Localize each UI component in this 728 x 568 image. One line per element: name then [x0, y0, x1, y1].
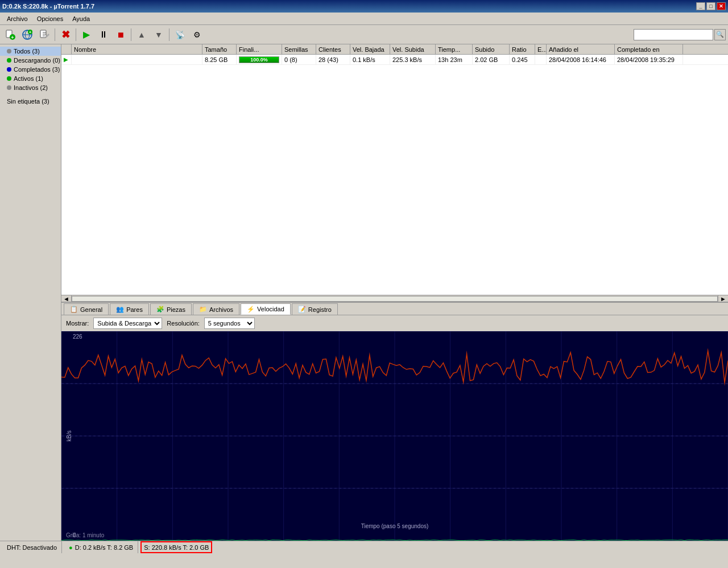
sidebar-item-sin-etiqueta[interactable]: Sin etiqueta (3)	[0, 97, 61, 106]
menu-bar: Archivo Opciones Ayuda	[0, 13, 728, 25]
h-scrollbar[interactable]	[72, 296, 718, 302]
sidebar-item-activos[interactable]: Activos (1)	[0, 74, 61, 83]
menu-ayuda[interactable]: Ayuda	[68, 14, 94, 23]
table-body: ▶ 8.25 GB 100.0% 0 (8) 28 (43) 0.1 kB/s …	[61, 55, 728, 295]
pause-button[interactable]: ⏸	[96, 27, 111, 43]
bottom-panel: 📋 General 👥 Pares 🧩 Piezas 📁 Archivos ⚡	[61, 302, 728, 541]
create-button[interactable]	[36, 27, 52, 43]
td-dl: 0.1 kB/s	[350, 55, 390, 64]
tab-registro-label: Registro	[308, 306, 332, 313]
rss-button[interactable]: 📡	[172, 27, 188, 43]
th-peers[interactable]: Clientes	[316, 44, 350, 54]
scroll-right-btn[interactable]: ►	[718, 295, 728, 302]
td-name	[72, 55, 202, 64]
app-title: D:0.2k S:220.8k - µTorrent 1.7.7	[2, 3, 94, 10]
stop-button[interactable]: ⏹	[113, 27, 129, 43]
scroll-left-btn[interactable]: ◄	[61, 295, 72, 302]
th-ul[interactable]: Vel. Subida	[390, 44, 436, 54]
add-torrent-button[interactable]: +	[2, 27, 18, 43]
menu-archivo[interactable]: Archivo	[2, 14, 32, 23]
inactivos-dot	[7, 85, 11, 90]
status-download: ● D: 0.2 kB/s T: 8.2 GB	[64, 541, 138, 553]
th-uploaded[interactable]: Subido	[473, 44, 510, 54]
pares-icon: 👥	[116, 306, 124, 313]
show-label: Mostrar:	[66, 320, 89, 327]
th-ratio[interactable]: Ratio	[510, 44, 535, 54]
td-seeds: 0 (8)	[282, 55, 316, 64]
td-uploaded: 2.02 GB	[473, 55, 510, 64]
svg-text:+: +	[29, 30, 32, 35]
sidebar-item-completados[interactable]: Completados (3)	[0, 65, 61, 74]
minimize-button[interactable]: _	[696, 2, 705, 10]
title-bar-title: D:0.2k S:220.8k - µTorrent 1.7.7	[2, 3, 94, 10]
menu-opciones[interactable]: Opciones	[32, 14, 68, 23]
toolbar-sep-1	[55, 28, 55, 41]
td-added: 28/04/2008 16:14:46	[547, 55, 615, 64]
title-bar: D:0.2k S:220.8k - µTorrent 1.7.7 _ □ ✕	[0, 0, 728, 13]
speed-chart-canvas	[61, 331, 728, 541]
th-name[interactable]: Nombre	[72, 44, 202, 54]
tab-velocidad[interactable]: ⚡ Velocidad	[241, 303, 291, 315]
chart-grid-label: Grilla: 1 minuto	[66, 532, 104, 538]
registro-icon: 📝	[298, 306, 306, 313]
sidebar: Todos (3) Descargando (0) Completados (3…	[0, 44, 61, 541]
status-dht: DHT: Desactivado	[2, 541, 62, 553]
th-time[interactable]: Tiemp...	[436, 44, 473, 54]
th-dl[interactable]: Vel. Bajada	[350, 44, 390, 54]
delete-button[interactable]: ✖	[57, 27, 73, 43]
table-row[interactable]: ▶ 8.25 GB 100.0% 0 (8) 28 (43) 0.1 kB/s …	[61, 55, 728, 65]
down-queue-button[interactable]: ▼	[151, 27, 167, 43]
tab-velocidad-label: Velocidad	[257, 306, 284, 312]
tab-archivos[interactable]: 📁 Archivos	[193, 303, 239, 315]
tab-pares[interactable]: 👥 Pares	[110, 303, 149, 315]
tab-pares-label: Pares	[126, 306, 143, 313]
velocidad-icon: ⚡	[247, 306, 255, 313]
search-input[interactable]	[634, 29, 713, 40]
th-completed[interactable]: Completado en	[615, 44, 683, 54]
th-done[interactable]: Finali...	[237, 44, 282, 54]
chart-x-label: Tiempo (paso 5 segundos)	[361, 523, 429, 529]
th-icon[interactable]	[61, 44, 72, 54]
close-button[interactable]: ✕	[717, 2, 726, 10]
tab-piezas-label: Piezas	[167, 306, 185, 313]
th-seeds[interactable]: Semillas	[282, 44, 316, 54]
chart-controls: Mostrar: Subida & Descarga Solo Subida S…	[61, 315, 728, 331]
td-time: 13h 23m	[436, 55, 473, 64]
up-queue-button[interactable]: ▲	[134, 27, 150, 43]
tab-piezas[interactable]: 🧩 Piezas	[150, 303, 192, 315]
status-bar: DHT: Desactivado ● D: 0.2 kB/s T: 8.2 GB…	[0, 541, 728, 553]
search-button[interactable]: 🔍	[714, 29, 726, 40]
tab-general[interactable]: 📋 General	[64, 303, 109, 315]
resolution-label: Resolución:	[167, 320, 199, 327]
chart-y-label: kB/s	[66, 430, 72, 441]
toolbar-sep-3	[131, 28, 131, 41]
tab-archivos-label: Archivos	[209, 306, 233, 313]
settings-button[interactable]: ⚙	[189, 27, 205, 43]
title-bar-controls: _ □ ✕	[696, 2, 726, 10]
upload-text: S: 220.8 kB/s T: 2.0 GB	[144, 544, 209, 551]
main-layout: Todos (3) Descargando (0) Completados (3…	[0, 44, 728, 541]
show-select[interactable]: Subida & Descarga Solo Subida Solo Desca…	[93, 318, 162, 329]
sidebar-label-todos: Todos (3)	[14, 48, 40, 55]
start-button[interactable]: ▶	[78, 27, 94, 43]
toolbar-sep-4	[169, 28, 169, 41]
download-text: D: 0.2 kB/s T: 8.2 GB	[75, 544, 134, 551]
td-status-icon: ▶	[61, 55, 72, 64]
sidebar-item-inactivos[interactable]: Inactivos (2)	[0, 83, 61, 92]
piezas-icon: 🧩	[156, 306, 164, 313]
tab-registro[interactable]: 📝 Registro	[292, 303, 338, 315]
status-upload: S: 220.8 kB/s T: 2.0 GB	[140, 541, 212, 553]
resolution-select[interactable]: 5 segundos 10 segundos 30 segundos 1 min…	[204, 318, 255, 329]
sidebar-item-descargando[interactable]: Descargando (0)	[0, 56, 61, 65]
sidebar-item-todos[interactable]: Todos (3)	[0, 47, 61, 56]
th-size[interactable]: Tamaño	[202, 44, 237, 54]
download-dot: ●	[69, 544, 73, 551]
h-scrollbar-area: ◄ ►	[61, 295, 728, 302]
add-url-button[interactable]: +	[19, 27, 35, 43]
maximize-button[interactable]: □	[706, 2, 715, 10]
dht-text: DHT: Desactivado	[7, 544, 57, 551]
sidebar-label-sin-etiqueta: Sin etiqueta (3)	[7, 98, 49, 105]
th-eta[interactable]: E...	[535, 44, 547, 54]
th-added[interactable]: Añadido el	[547, 44, 615, 54]
svg-text:+: +	[11, 35, 14, 40]
